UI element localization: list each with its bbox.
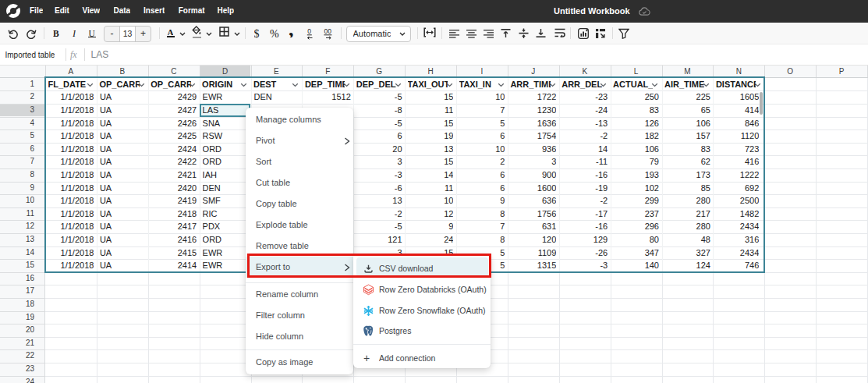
svg-text:0: 0 <box>307 27 311 35</box>
svg-text:00: 00 <box>324 27 331 35</box>
